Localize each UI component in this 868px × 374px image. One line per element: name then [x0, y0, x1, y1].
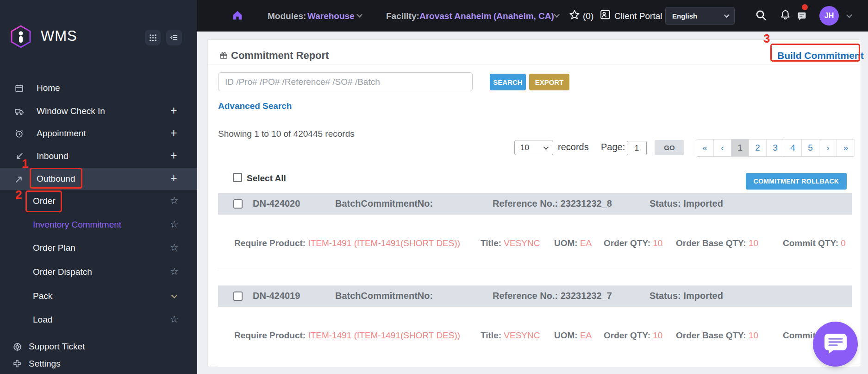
- showing-records-text: Showing 1 to 10 of 420445 records: [218, 129, 355, 139]
- go-button[interactable]: GO: [655, 140, 684, 155]
- message-icon[interactable]: [796, 10, 807, 23]
- pagination-last[interactable]: »: [837, 139, 855, 156]
- dn-number: DN-424019: [253, 291, 300, 301]
- chat-widget-button[interactable]: [813, 322, 858, 367]
- user-avatar[interactable]: JH: [819, 6, 839, 25]
- require-product-field: Require Product: ITEM-1491 (ITEM-1491(SH…: [234, 330, 460, 341]
- sidebar-item-inbound[interactable]: Inbound +: [0, 145, 197, 167]
- record-header: DN-424019 BatchCommitmentNo: Reference N…: [218, 285, 852, 307]
- record-header: DN-424020 BatchCommitmentNo: Reference N…: [218, 193, 852, 215]
- plus-icon[interactable]: +: [170, 171, 177, 185]
- sidebar-item-order-plan[interactable]: Order Plan ☆: [0, 237, 197, 259]
- notification-badge: [802, 4, 808, 10]
- search-button[interactable]: SEARCH: [490, 74, 526, 90]
- reference-no: Reference No.: 23231232_7: [493, 291, 612, 301]
- chevron-down-icon[interactable]: [356, 12, 362, 18]
- sidebar-item-settings[interactable]: Settings: [0, 353, 197, 374]
- favorites-star-icon[interactable]: [569, 9, 580, 22]
- select-all-checkbox[interactable]: [233, 173, 242, 182]
- records-label: records: [558, 142, 589, 152]
- favorite-star-icon[interactable]: ☆: [170, 219, 179, 230]
- status-badge: Status: Imported: [649, 291, 723, 301]
- commit-qty-field: Commit QTY: 0: [783, 238, 846, 248]
- order-qty-field: Order QTY: 10: [604, 330, 662, 341]
- record-row: DN-424020 BatchCommitmentNo: Reference N…: [218, 193, 852, 268]
- commitment-rollback-button[interactable]: COMMITMENT ROLLBACK: [746, 173, 847, 190]
- modules-value[interactable]: Warehouse: [307, 11, 355, 21]
- plus-icon[interactable]: +: [170, 149, 177, 162]
- annotation-number-1: 1: [22, 157, 28, 171]
- home-icon[interactable]: [232, 9, 243, 23]
- sidebar-item-appointment[interactable]: Appointment +: [0, 122, 197, 145]
- pagination-page-4[interactable]: 4: [784, 139, 802, 156]
- reference-no: Reference No.: 23231232_8: [493, 198, 612, 209]
- pagination-page-2[interactable]: 2: [749, 139, 767, 156]
- records-per-page-select[interactable]: 10: [514, 140, 553, 155]
- pagination-first[interactable]: «: [696, 139, 714, 156]
- require-product-field: Require Product: ITEM-1491 (ITEM-1491(SH…: [234, 238, 460, 248]
- sidebar-item-load[interactable]: Load ☆: [0, 309, 197, 331]
- order-qty-field: Order QTY: 10: [604, 238, 662, 248]
- page-number-input[interactable]: [627, 141, 647, 155]
- language-select[interactable]: English: [665, 7, 735, 25]
- uom-field: UOM: EA: [554, 330, 592, 341]
- client-portal-link[interactable]: Client Portal: [614, 11, 662, 21]
- sidebar-item-pack[interactable]: Pack: [0, 285, 197, 307]
- facility-name[interactable]: Arovast Anaheim: [419, 11, 492, 21]
- pagination-page-3[interactable]: 3: [767, 139, 784, 156]
- select-all-label: Select All: [247, 173, 286, 184]
- export-button[interactable]: EXPORT: [529, 74, 569, 90]
- lifebuoy-icon: [12, 342, 24, 352]
- bell-icon[interactable]: [780, 9, 791, 23]
- client-portal-icon[interactable]: [599, 9, 611, 22]
- order-base-qty-field: Order Base QTY: 10: [676, 238, 758, 248]
- collapse-sidebar-button[interactable]: [166, 30, 182, 45]
- favorite-star-icon[interactable]: ☆: [170, 266, 179, 277]
- outbound-arrow-icon: [14, 174, 25, 184]
- record-row: DN-424019 BatchCommitmentNo: Reference N…: [218, 285, 852, 367]
- plus-icon[interactable]: +: [170, 104, 177, 117]
- commitment-report-card: Commitment Report Build Commitment SEARC…: [207, 39, 861, 367]
- record-checkbox[interactable]: [233, 292, 243, 301]
- order-base-qty-field: Order Base QTY: 10: [676, 330, 758, 341]
- sidebar-item-home[interactable]: Home: [0, 77, 197, 99]
- pagination-next[interactable]: ›: [819, 139, 837, 156]
- title-field: Title: VESYNC: [481, 238, 540, 248]
- pagination-prev[interactable]: ‹: [714, 139, 731, 156]
- alarm-clock-icon: [14, 128, 25, 139]
- chevron-down-icon[interactable]: [554, 12, 560, 18]
- facility-location[interactable]: (Anaheim, CA): [493, 11, 554, 21]
- page-title: Commitment Report: [231, 50, 329, 62]
- annotation-number-2: 2: [15, 188, 22, 202]
- favorite-star-icon[interactable]: ☆: [170, 242, 179, 253]
- modules-label: Modules:: [268, 11, 306, 21]
- chevron-down-icon[interactable]: [846, 12, 852, 18]
- favorite-star-icon[interactable]: ☆: [170, 314, 179, 325]
- batch-commitment-label: BatchCommitmentNo:: [335, 291, 433, 301]
- search-input[interactable]: [218, 72, 473, 91]
- sidebar-item-order-dispatch[interactable]: Order Dispatch ☆: [0, 261, 197, 283]
- search-icon[interactable]: [755, 9, 767, 23]
- top-navbar: Modules: Warehouse Facility: Arovast Ana…: [197, 0, 868, 32]
- grid-apps-button[interactable]: [145, 30, 161, 45]
- plus-icon[interactable]: +: [170, 126, 177, 139]
- settings-dpad-icon: [12, 359, 24, 369]
- sidebar-item-window-check-in[interactable]: Window Check In +: [0, 100, 197, 122]
- pagination-page-1[interactable]: 1: [731, 139, 749, 156]
- chevron-down-icon: [724, 13, 729, 18]
- record-checkbox[interactable]: [233, 199, 243, 209]
- batch-commitment-label: BatchCommitmentNo:: [335, 198, 433, 209]
- annotation-box-3: [770, 44, 860, 62]
- annotation-box-1: [30, 168, 82, 189]
- divider: [208, 64, 861, 64]
- advanced-search-link[interactable]: Advanced Search: [218, 101, 292, 111]
- annotation-box-2: [25, 190, 62, 212]
- annotation-number-3: 3: [763, 32, 770, 46]
- truck-clock-icon: [14, 106, 25, 116]
- divider: [218, 268, 852, 268]
- favorite-star-icon[interactable]: ☆: [170, 195, 179, 206]
- main-content: Commitment Report Build Commitment SEARC…: [197, 32, 868, 374]
- chevron-down-icon[interactable]: [171, 292, 177, 298]
- sidebar-item-inventory-commitment[interactable]: Inventory Commitment ☆: [0, 214, 197, 236]
- pagination-page-5[interactable]: 5: [802, 139, 819, 156]
